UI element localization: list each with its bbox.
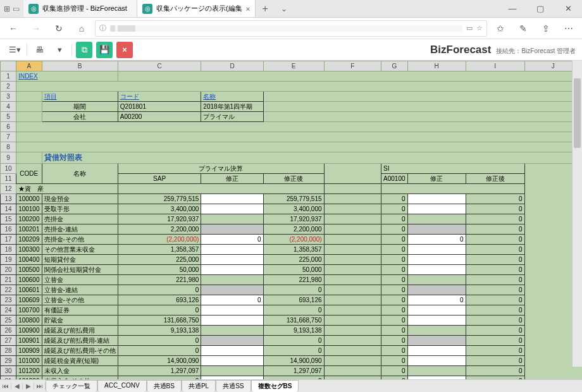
brand-logo: BizForecast (430, 44, 491, 56)
table-row[interactable]: 20100500関係会社短期貸付金50,00050,00000 (1, 265, 582, 275)
window-icon: ⊞ (4, 4, 10, 13)
close-window-button[interactable]: ✕ (554, 0, 582, 17)
url-blurred (110, 25, 462, 32)
action-copy-button[interactable]: ⧉ (76, 42, 92, 58)
col-header[interactable]: E (263, 61, 324, 71)
sheet-nav-first[interactable]: ⏮ (0, 383, 11, 389)
table-row[interactable]: 31101209未収入金-その他0000 (1, 376, 582, 380)
sheet-nav-prev[interactable]: ◀ (11, 383, 23, 389)
notes-button[interactable]: ✎ (514, 20, 533, 37)
address-bar: ← → ↻ ⌂ ⓘ ▭ ☆ ✩ ✎ ⇪ ⋯ (0, 18, 582, 39)
print-button[interactable]: 🖶 (31, 42, 47, 58)
col-header[interactable]: A (16, 61, 42, 71)
browser-tab-0[interactable]: ◎ 収集進捗管理 - BizForecast (23, 0, 137, 17)
menu-button[interactable]: ☰▾ (6, 42, 23, 58)
table-row[interactable]: 30101200未収入金1,297,0971,297,09700 (1, 366, 582, 376)
sheet-tab[interactable]: チェック一覧 (46, 380, 97, 392)
table-row[interactable]: 29101000繰延税金資産(短期)14,900,09014,900,09000 (1, 356, 582, 366)
sheet-tabs-bar: ⏮ ◀ ▶ ⏭ チェック一覧ACC_CONV共通BS共通PL共通SS複数セグBS (0, 379, 582, 392)
col-header[interactable]: C (118, 61, 201, 71)
tab-favicon: ◎ (28, 4, 39, 14)
col-header[interactable]: F (324, 61, 381, 71)
dropdown-button[interactable]: ▾ (51, 42, 68, 58)
table-row[interactable]: 16100201売掛金-連結2,200,0002,200,00000 (1, 224, 582, 235)
maximize-button[interactable]: ▢ (526, 0, 554, 17)
table-row[interactable]: 25100800貯蔵金131,668,750131,668,75000 (1, 315, 582, 326)
spreadsheet-area: ABCDEFGHIJ1INDEX23項目コード名称4期間Q2018012018年… (0, 61, 582, 379)
tab-label: 収集パッケージの表示(編集 (156, 4, 242, 13)
sheet-nav-last[interactable]: ⏭ (34, 383, 46, 389)
reader-icon[interactable]: ▭ (466, 24, 473, 32)
table-row[interactable]: 14100100受取手形3,400,0003,400,00000 (1, 204, 582, 214)
table-row[interactable]: 17100209売掛金-その他(2,200,000)0(2,200,000)00… (1, 235, 582, 245)
vertical-scrollbar[interactable] (572, 61, 582, 367)
favorite-icon[interactable]: ☆ (476, 24, 483, 32)
col-header[interactable]: B (42, 61, 118, 71)
col-header[interactable]: G (381, 61, 407, 71)
tab-menu-button[interactable]: ⌄ (275, 0, 294, 17)
new-tab-button[interactable]: + (256, 0, 275, 17)
sheet-tab[interactable]: ACC_CONV (97, 380, 147, 392)
index-link[interactable]: INDEX (18, 73, 38, 80)
spreadsheet-grid[interactable]: ABCDEFGHIJ1INDEX23項目コード名称4期間Q2018012018年… (0, 61, 582, 379)
tab-favicon: ◎ (142, 4, 152, 14)
forward-button[interactable]: → (27, 20, 46, 37)
section-title: 貸借対照表 (44, 153, 82, 162)
col-header[interactable]: H (407, 61, 466, 71)
table-row[interactable]: 26100900繰延及び前払費用9,193,1389,193,13800 (1, 326, 582, 336)
sheet-tab[interactable]: 共通SS (216, 380, 251, 392)
back-button[interactable]: ← (4, 20, 23, 37)
sheet-nav-next[interactable]: ▶ (23, 383, 34, 389)
more-button[interactable]: ⋯ (559, 20, 578, 37)
action-save-button[interactable]: 💾 (96, 42, 113, 58)
table-row[interactable]: 28100909繰延及び前払費用-その他0000 (1, 346, 582, 356)
browser-titlebar: ⊞ ▭ ◎ 収集進捗管理 - BizForecast ◎ 収集パッケージの表示(… (0, 0, 582, 18)
minimize-button[interactable]: — (498, 0, 526, 17)
col-header[interactable]: I (466, 61, 524, 71)
sheet-tab[interactable]: 共通BS (147, 380, 182, 392)
table-row[interactable]: 19100400短期貸付金225,000225,00000 (1, 255, 582, 265)
action-cancel-button[interactable]: × (116, 42, 133, 58)
table-row[interactable]: 27100901繰延及び前払費用-連結0000 (1, 336, 582, 346)
table-row[interactable]: 23100609立替金-その他693,1260693,126000 (1, 295, 582, 305)
favorites-button[interactable]: ✩ (491, 20, 510, 37)
table-row[interactable]: 15100200売掛金17,920,93717,920,93700 (1, 214, 582, 224)
url-field[interactable]: ⓘ ▭ ☆ (95, 20, 487, 37)
sheet-tab[interactable]: 複数セグBS (251, 380, 299, 392)
table-row[interactable]: 13100000現金預金259,779,515259,779,51500 (1, 194, 582, 204)
browser-tab-1[interactable]: ◎ 収集パッケージの表示(編集 × (137, 0, 256, 17)
table-row[interactable]: 22100601立替金-連結0000 (1, 285, 582, 295)
share-button[interactable]: ⇪ (536, 20, 555, 37)
info-icon: ⓘ (99, 23, 106, 33)
sheet-tab[interactable]: 共通PL (182, 380, 216, 392)
table-row[interactable]: 21100600立替金221,980221,98000 (1, 275, 582, 285)
table-row[interactable]: 18100300その他営業未収金1,358,3571,358,35700 (1, 245, 582, 255)
window-icon-2: ▭ (13, 4, 20, 13)
home-button[interactable]: ⌂ (72, 20, 91, 37)
app-toolbar: ☰▾ 🖶 ▾ ⧉ 💾 × BizForecast 接続先：BizForecast… (0, 39, 582, 61)
refresh-button[interactable]: ↻ (49, 20, 68, 37)
tab-label: 収集進捗管理 - BizForecast (42, 4, 127, 13)
col-header[interactable]: D (201, 61, 263, 71)
tab-close-icon[interactable]: × (246, 5, 250, 13)
connection-status: 接続先：BizForecast 管理者 (496, 47, 576, 56)
table-row[interactable]: 24100700有価証券0000 (1, 305, 582, 315)
